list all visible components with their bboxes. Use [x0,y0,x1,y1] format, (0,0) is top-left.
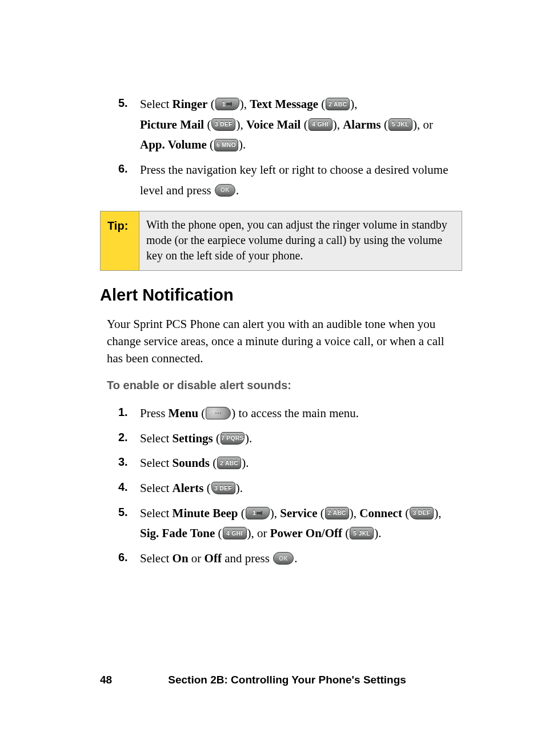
paren: ) [240,97,244,111]
period: . [246,456,249,470]
key-2-icon: 2 ABC [326,98,350,110]
step-number: 6. [118,160,140,201]
label-voice-mail: Voice Mail [246,118,300,131]
sep: , or [251,526,270,540]
label-service: Service [280,506,317,520]
paragraph: Your Sprint PCS Phone can alert you with… [107,316,462,367]
label-connect: Connect [359,506,402,520]
key-1-icon: 1 [246,507,270,519]
paren: ( [342,526,349,540]
label-off: Off [205,551,222,565]
list-step-5b: 5. Select Minute Beep (1 ), Service (2 A… [118,503,462,544]
key-5-icon: 5 JKL [350,527,374,539]
list-step-4b: 4. Select Alerts (3 DEF). [118,478,462,499]
label-minute-beep: Minute Beep [173,506,238,520]
paren: ( [203,481,210,495]
step-body: Select On or Off and press OK. [140,549,462,569]
paren: ( [381,118,388,131]
text: Select [140,481,173,495]
paren: ( [318,97,325,111]
paren: ( [318,506,324,520]
key-3-icon: 3 DEF [410,507,434,519]
paren: ( [402,506,409,520]
step-number: 4. [118,478,140,499]
paren: ) [270,506,274,520]
step-body: Select Ringer (1 ), Text Message (2 ABC)… [140,94,462,155]
page-content: 5. Select Ringer (1 ), Text Message (2 A… [0,0,545,569]
step-body: Select Minute Beep (1 ), Service (2 ABC)… [140,503,462,544]
tip-box: Tip: With the phone open, you can adjust… [100,211,462,271]
label-menu: Menu [169,406,199,420]
text: Press the navigation key left or right t… [140,163,448,197]
text: to access the main menu. [235,406,359,420]
key-3-icon: 3 DEF [211,118,235,131]
step-body: Select Settings (7 PQRS). [140,429,462,449]
step-body: Select Alerts (3 DEF). [140,478,462,499]
paren: ( [204,118,211,131]
page-footer: 48 Section 2B: Controlling Your Phone's … [100,674,462,686]
step-number: 5. [118,94,140,155]
label-alarms: Alarms [343,118,381,131]
paren: ( [207,97,214,111]
key-ok-icon: OK [215,184,235,197]
text: Select [140,551,173,565]
key-3-icon: 3 DEF [211,482,235,494]
paren: ( [207,138,214,151]
text: Select [140,431,173,445]
list-step-3b: 3. Select Sounds (2 ABC). [118,453,462,474]
paren: ( [210,456,217,470]
label-alerts: Alerts [173,481,204,495]
key-2-icon: 2 ABC [217,457,241,469]
sep: , [274,506,280,520]
paren: ) [245,431,249,445]
sep: or [189,551,205,565]
paren: ( [198,406,205,420]
label-text-message: Text Message [250,97,318,111]
step-number: 2. [118,429,140,449]
key-5-icon: 5 JKL [388,118,412,131]
list-step-6a: 6. Press the navigation key left or righ… [118,160,462,201]
key-1-icon: 1 [215,98,239,110]
sep: , [354,97,357,111]
period: . [294,551,297,565]
paren: ) [236,481,240,495]
key-6-icon: 6 MNO [214,139,238,151]
paren: ( [215,526,222,540]
label-sig-fade: Sig. Fade Tone [140,526,215,540]
key-7-icon: 7 PQRS [221,432,245,445]
step-body: Press Menu (⋯) to access the main menu. [140,403,462,424]
text: and press [222,551,272,565]
key-ok-icon: OK [273,552,294,565]
sep: , [354,506,360,520]
sep: , [337,118,343,131]
step-number: 3. [118,453,140,474]
period: . [249,431,252,445]
text: Select [140,456,173,470]
key-2-icon: 2 ABC [325,507,349,519]
footer-section: Section 2B: Controlling Your Phone's Set… [112,674,462,686]
sub-heading: To enable or disable alert sounds: [107,377,462,394]
sep: , [244,97,250,111]
period: . [243,138,246,151]
step-number: 6. [118,549,140,569]
period: . [236,183,239,197]
paren: ) [247,526,251,540]
paren: ) [350,506,354,520]
paren: ( [238,506,245,520]
list-step-6b: 6. Select On or Off and press OK. [118,549,462,569]
label-ringer: Ringer [173,97,208,111]
tip-label: Tip: [101,211,139,270]
label-app-volume: App. Volume [140,138,207,151]
label-on: On [173,551,189,565]
paren: ) [239,138,243,151]
text: Select [140,97,173,111]
step-number: 5. [118,503,140,544]
text: Select [140,506,173,520]
page-number: 48 [100,674,112,686]
sep: , [240,118,246,131]
label-sounds: Sounds [173,456,210,470]
key-4-icon: 4 GHI [223,527,247,539]
text: Press [140,406,169,420]
paren: ( [300,118,307,131]
list-step-2b: 2. Select Settings (7 PQRS). [118,429,462,449]
